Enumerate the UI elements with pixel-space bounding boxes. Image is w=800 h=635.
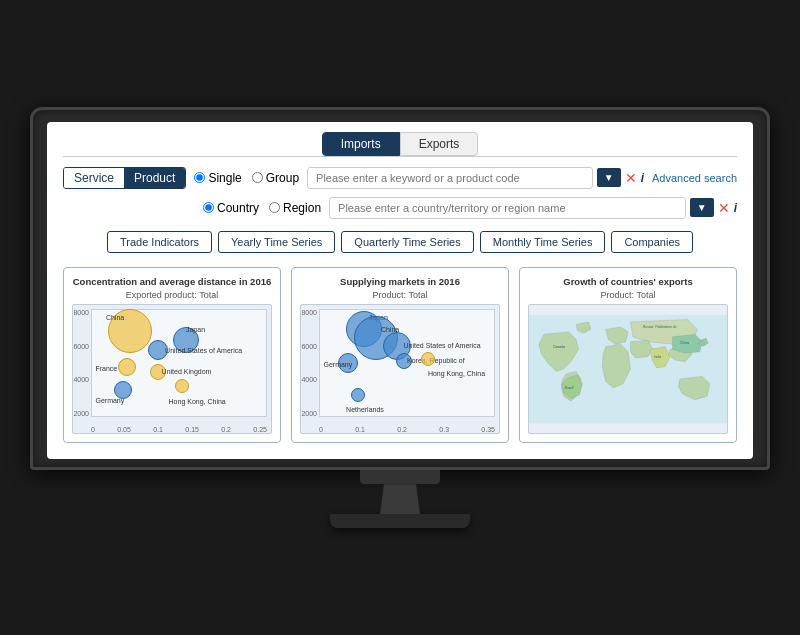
- supplying-chart-title: Supplying markets in 2016: [300, 276, 500, 288]
- bubble-hk-1: [175, 379, 189, 393]
- product-search-wrap: ▼ ✕ i: [307, 167, 644, 189]
- product-info-icon[interactable]: i: [641, 171, 644, 185]
- country-search-input[interactable]: [329, 197, 686, 219]
- product-search-input[interactable]: [307, 167, 593, 189]
- world-map-area: Canada Russie, Fédération de China India…: [528, 304, 728, 434]
- world-map-chart: Growth of countries' exports Product: To…: [519, 267, 737, 443]
- country-clear-icon[interactable]: ✕: [718, 200, 730, 216]
- supplying-chart: Supplying markets in 2016 Product: Total…: [291, 267, 509, 443]
- label-china-1: China: [106, 314, 124, 321]
- product-clear-icon[interactable]: ✕: [625, 170, 637, 186]
- country-info-icon[interactable]: i: [734, 201, 737, 215]
- supplying-chart-subtitle: Product: Total: [300, 290, 500, 300]
- monitor-stand-neck: [380, 484, 420, 514]
- top-tabs: Imports Exports: [63, 132, 737, 157]
- world-map-subtitle: Product: Total: [528, 290, 728, 300]
- supplying-y-axis: 8000 6000 4000 2000: [301, 309, 319, 417]
- label-germany-1: Germany: [95, 397, 124, 404]
- advanced-search-link[interactable]: Advanced search: [652, 172, 737, 184]
- bubble-france-1: [118, 358, 136, 376]
- filter-row-2: Country Region ▼ ✕ i: [63, 197, 737, 219]
- label-uk-1: United Kingdom: [162, 368, 212, 375]
- label-hk-1: Hong Kong, China: [169, 398, 226, 405]
- supplying-plot: Japan China United States of America Ger…: [319, 309, 495, 417]
- service-product-toggle: Service Product: [63, 167, 186, 189]
- monitor-screen: Imports Exports Service Product Single: [47, 122, 753, 459]
- label-japan-1: Japan: [186, 326, 205, 333]
- country-radio[interactable]: Country: [203, 201, 259, 215]
- single-radio[interactable]: Single: [194, 171, 241, 185]
- monitor-border: Imports Exports Service Product Single: [30, 107, 770, 470]
- concentration-y-axis: 8000 6000 4000 2000: [73, 309, 91, 417]
- trade-indicators-button[interactable]: Trade Indicators: [107, 231, 212, 253]
- quarterly-timeseries-button[interactable]: Quarterly Time Series: [341, 231, 473, 253]
- bubble-hk-2: [421, 352, 435, 366]
- companies-button[interactable]: Companies: [611, 231, 693, 253]
- bubble-netherlands-2: [351, 388, 365, 402]
- country-dropdown-button[interactable]: ▼: [690, 198, 714, 217]
- label-netherlands-2: Netherlands: [346, 406, 384, 413]
- label-hk-2: Hong Kong, China: [428, 370, 485, 377]
- region-radio[interactable]: Region: [269, 201, 321, 215]
- concentration-chart-subtitle: Exported product: Total: [72, 290, 272, 300]
- svg-text:China: China: [680, 341, 689, 345]
- product-dropdown-button[interactable]: ▼: [597, 168, 621, 187]
- label-usa-1: United States of America: [165, 347, 242, 354]
- svg-text:Russie, Fédération de: Russie, Fédération de: [643, 326, 677, 330]
- world-map-svg: Canada Russie, Fédération de China India…: [529, 305, 727, 433]
- svg-text:India: India: [654, 355, 662, 359]
- world-map-title: Growth of countries' exports: [528, 276, 728, 288]
- label-korea-2: Korea, Republic of: [407, 357, 465, 364]
- tab-imports[interactable]: Imports: [322, 132, 400, 156]
- charts-row: Concentration and average distance in 20…: [63, 267, 737, 443]
- monitor: Imports Exports Service Product Single: [30, 107, 770, 528]
- service-button[interactable]: Service: [64, 168, 124, 188]
- concentration-chart: Concentration and average distance in 20…: [63, 267, 281, 443]
- concentration-plot: China Japan United States of America Fra…: [91, 309, 267, 417]
- bubble-germany-1: [114, 381, 132, 399]
- monitor-stand-top: [360, 470, 440, 484]
- country-region-radio: Country Region: [203, 201, 321, 215]
- label-germany-2: Germany: [323, 361, 352, 368]
- concentration-chart-title: Concentration and average distance in 20…: [72, 276, 272, 288]
- monitor-stand-base: [330, 514, 470, 528]
- product-button[interactable]: Product: [124, 168, 185, 188]
- supplying-x-axis: 0 0.1 0.2 0.3 0.35: [319, 426, 495, 433]
- label-france-1: France: [95, 365, 117, 372]
- svg-text:Brazil: Brazil: [565, 386, 574, 390]
- concentration-x-axis: 0 0.05 0.1 0.15 0.2 0.25: [91, 426, 267, 433]
- monthly-timeseries-button[interactable]: Monthly Time Series: [480, 231, 606, 253]
- group-radio[interactable]: Group: [252, 171, 299, 185]
- filter-row-1: Service Product Single Group: [63, 167, 737, 189]
- svg-text:Canada: Canada: [553, 345, 565, 349]
- concentration-scatter-area: 8000 6000 4000 2000 China: [72, 304, 272, 434]
- timeseries-row: Trade Indicators Yearly Time Series Quar…: [63, 231, 737, 253]
- single-group-radio: Single Group: [194, 171, 299, 185]
- supplying-scatter-area: 8000 6000 4000 2000 Japan: [300, 304, 500, 434]
- tab-exports[interactable]: Exports: [400, 132, 479, 156]
- country-search-wrap: ▼ ✕ i: [329, 197, 737, 219]
- label-usa-2: United States of America: [404, 342, 481, 349]
- app-container: Imports Exports Service Product Single: [47, 122, 753, 459]
- yearly-timeseries-button[interactable]: Yearly Time Series: [218, 231, 335, 253]
